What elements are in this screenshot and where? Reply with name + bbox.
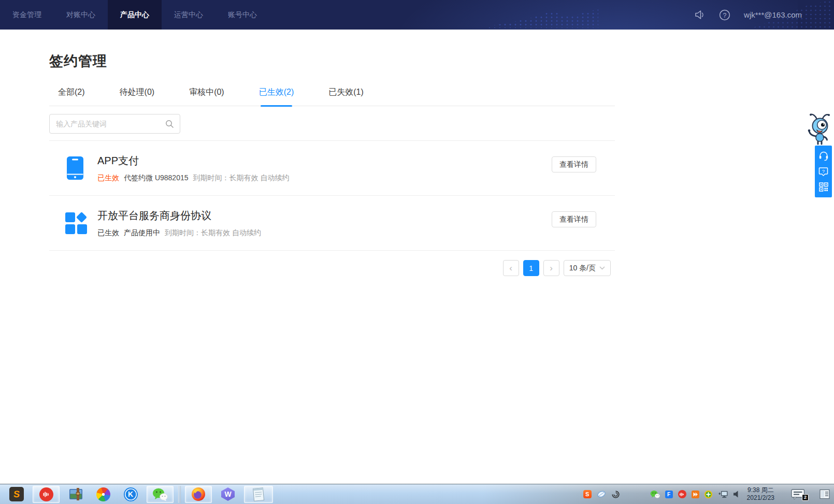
taskbar-app-winrar[interactable] xyxy=(64,486,87,503)
tab-pending[interactable]: 待处理(0) xyxy=(119,87,156,106)
nav-item-reconciliation[interactable]: 对账中心 xyxy=(54,0,108,30)
next-page-button[interactable]: › xyxy=(543,260,559,276)
product-meta: 已生效 产品使用中 到期时间：长期有效 自动续约 xyxy=(97,228,261,238)
search-input[interactable] xyxy=(50,120,165,128)
help-icon[interactable]: ? xyxy=(719,9,730,21)
nav-item-account[interactable]: 账号中心 xyxy=(215,0,269,30)
clock-date: 2021/2/23 xyxy=(747,494,774,502)
open-platform-grid-icon xyxy=(65,211,88,235)
floating-help-panel: ? xyxy=(815,146,832,197)
search-icon[interactable] xyxy=(165,120,174,128)
tab-effective[interactable]: 已生效(2) xyxy=(258,87,295,106)
page-title: 签约管理 xyxy=(49,52,615,70)
taskbar-tray: S F xyxy=(583,484,834,504)
firefox-icon xyxy=(191,487,206,501)
taskbar-clock[interactable]: 9:38 周二 2021/2/23 xyxy=(747,486,774,502)
customer-service-icon[interactable] xyxy=(818,151,829,161)
volume-icon[interactable] xyxy=(734,491,740,498)
sublime-text-icon: S xyxy=(9,487,24,501)
taskbar-app-colorful-browser[interactable] xyxy=(92,486,114,503)
media-player-tray-icon[interactable] xyxy=(692,491,699,498)
nav-item-operations[interactable]: 运营中心 xyxy=(162,0,215,30)
faq-icon[interactable]: ? xyxy=(818,167,828,177)
wechat-tray-icon[interactable] xyxy=(650,490,660,499)
tab-reviewing[interactable]: 审核中(0) xyxy=(188,87,225,106)
question-glyph: ? xyxy=(822,168,825,174)
colorful-pinwheel-icon xyxy=(96,487,110,501)
tab-expired[interactable]: 已失效(1) xyxy=(327,87,365,106)
product-title: APP支付 xyxy=(97,154,289,168)
expire-info: 到期时间：长期有效 自动续约 xyxy=(165,228,261,238)
nav-item-funds[interactable]: 资金管理 xyxy=(0,0,54,30)
f-app-tray-icon[interactable]: F xyxy=(665,491,673,498)
safety-plus-tray-icon[interactable] xyxy=(704,491,712,498)
ant-mascot[interactable] xyxy=(807,113,832,149)
view-details-button[interactable]: 查看详情 xyxy=(552,211,596,227)
qrcode-icon[interactable] xyxy=(819,182,828,192)
notes-panel-icon[interactable] xyxy=(819,489,830,499)
nav-item-product-center[interactable]: 产品中心 xyxy=(108,0,162,30)
notepad-icon xyxy=(252,487,266,502)
primary-nav: 资金管理 对账中心 产品中心 运营中心 账号中心 xyxy=(0,0,269,30)
status-badge: 已生效 xyxy=(97,174,119,183)
taskbar-app-k-music[interactable]: K xyxy=(119,486,142,503)
notification-badge: 2 xyxy=(802,494,809,501)
product-row-open-platform: 开放平台服务商身份协议 已生效 产品使用中 到期时间：长期有效 自动续约 查看详… xyxy=(49,195,615,250)
leaf-tool-icon[interactable] xyxy=(597,490,606,498)
status-badge: 已生效 xyxy=(97,228,119,238)
nav-right-group: ? wjk***@163.com xyxy=(695,0,802,30)
sogou-input-icon[interactable]: S xyxy=(583,490,592,498)
wps-office-icon: W xyxy=(221,487,235,501)
taskbar-app-wps[interactable]: W xyxy=(217,486,239,503)
expire-info: 到期时间：长期有效 自动续约 xyxy=(193,174,290,183)
view-details-button[interactable]: 查看详情 xyxy=(552,156,596,172)
tabs-bar: 全部(2) 待处理(0) 审核中(0) 已生效(2) 已失效(1) xyxy=(49,87,615,106)
search-row xyxy=(49,106,615,140)
pagination: ‹ 1 › 10 条/页 xyxy=(49,260,615,276)
tab-all[interactable]: 全部(2) xyxy=(57,87,86,106)
taskbar-apps: S K xyxy=(5,485,273,503)
wechat-icon xyxy=(152,487,168,501)
winrar-icon xyxy=(69,487,83,501)
clock-time: 9:38 周二 xyxy=(747,486,774,494)
product-meta: 已生效 代签约微 U9882015 到期时间：长期有效 自动续约 xyxy=(97,174,289,183)
page-size-select[interactable]: 10 条/页 xyxy=(564,260,611,276)
product-detail: 产品使用中 xyxy=(124,228,160,238)
page-size-value: 10 条/页 xyxy=(569,264,596,273)
announcement-speaker-icon[interactable] xyxy=(695,10,706,20)
taskbar-app-notepad[interactable] xyxy=(244,486,273,503)
notification-center-icon[interactable]: 2 xyxy=(791,489,805,500)
taskbar-app-music-player[interactable] xyxy=(33,486,60,503)
taskbar-app-firefox[interactable] xyxy=(185,486,212,503)
music-wave-tray-icon[interactable] xyxy=(678,490,686,498)
product-detail: 代签约微 U9882015 xyxy=(124,174,189,183)
question-glyph: ? xyxy=(723,11,727,19)
stacked-windows-separator xyxy=(178,486,180,503)
product-info: 开放平台服务商身份协议 已生效 产品使用中 到期时间：长期有效 自动续约 xyxy=(97,209,261,238)
taskbar-app-wechat[interactable] xyxy=(147,486,174,503)
taskbar-app-sublime[interactable]: S xyxy=(5,486,28,503)
search-box xyxy=(49,114,180,134)
product-info: APP支付 已生效 代签约微 U9882015 到期时间：长期有效 自动续约 xyxy=(97,154,289,183)
main-content: 签约管理 全部(2) 待处理(0) 审核中(0) 已生效(2) 已失效(1) xyxy=(49,30,615,276)
top-nav: 资金管理 对账中心 产品中心 运营中心 账号中心 ? wjk***@163.co… xyxy=(0,0,834,30)
taskbar: S K xyxy=(0,484,834,504)
prev-page-button[interactable]: ‹ xyxy=(503,260,519,276)
network-status-icon[interactable] xyxy=(717,490,728,499)
chevron-down-icon xyxy=(599,266,605,270)
page-number-current[interactable]: 1 xyxy=(523,260,539,276)
app-payment-phone-icon xyxy=(65,156,85,180)
user-email[interactable]: wjk***@163.com xyxy=(744,10,802,19)
product-title: 开放平台服务商身份协议 xyxy=(97,209,261,223)
k-music-icon: K xyxy=(124,487,138,501)
audio-swirl-icon[interactable] xyxy=(611,490,620,499)
product-row-app-payment: APP支付 已生效 代签约微 U9882015 到期时间：长期有效 自动续约 查… xyxy=(49,140,615,195)
product-list: APP支付 已生效 代签约微 U9882015 到期时间：长期有效 自动续约 查… xyxy=(49,140,615,251)
music-player-icon xyxy=(39,487,53,501)
